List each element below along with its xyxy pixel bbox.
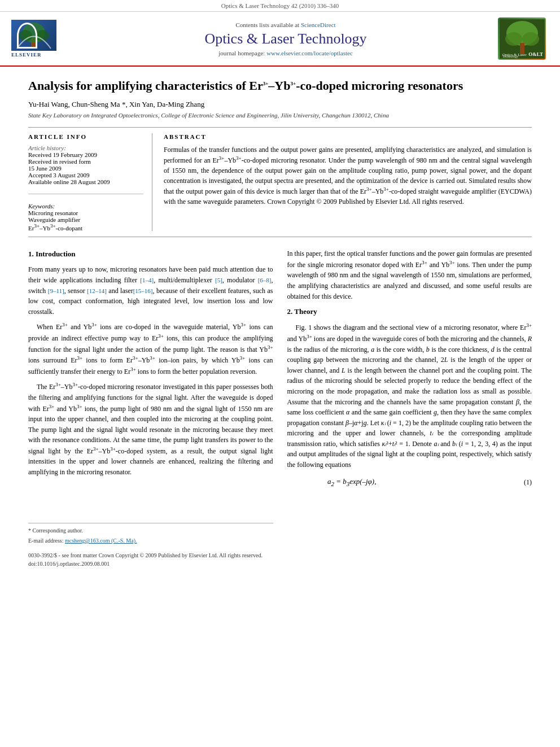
email-link[interactable]: mcsheng@163.com (C.-S. Ma). xyxy=(65,538,137,544)
keywords-label: Keywords: xyxy=(28,203,143,209)
corresponding-author-note: * Corresponding author. xyxy=(28,526,273,535)
intro-section-title: 1. Introduction xyxy=(28,248,273,260)
olt-logo: Optics & Laser Technology xyxy=(498,18,546,60)
contents-line: Contents lists available at ScienceDirec… xyxy=(73,21,498,28)
journal-bar: Optics & Laser Technology 42 (2010) 336–… xyxy=(0,0,560,12)
right-p1: In this paper, first the optical transfe… xyxy=(287,248,532,302)
copyright-line: 0030-3992/$ - see front matter Crown Cop… xyxy=(28,551,273,560)
email-note: E-mail address: mcsheng@163.com (C.-S. M… xyxy=(28,536,273,545)
svg-point-6 xyxy=(505,32,522,46)
body-left-column: 1. Introduction From many years up to no… xyxy=(28,248,273,568)
article-info-heading: ARTICLE INFO xyxy=(28,133,143,140)
abstract-column: ABSTRACT Formulas of the transfer functi… xyxy=(164,133,532,231)
ref-link-5[interactable]: [5] xyxy=(215,277,222,283)
svg-point-7 xyxy=(522,32,539,46)
affiliation: State Key Laboratory on Integrated Optoe… xyxy=(28,112,532,119)
ref-link-6-8[interactable]: [6–8] xyxy=(258,277,272,283)
footer-divider xyxy=(28,523,273,523)
journal-citation: Optics & Laser Technology 42 (2010) 336–… xyxy=(221,2,339,9)
info-divider xyxy=(28,194,143,194)
equation-1-num: (1) xyxy=(524,477,532,488)
elsevier-logo: ELSEVIER xyxy=(11,20,73,58)
header-center: Contents lists available at ScienceDirec… xyxy=(73,21,498,56)
olt-logo-container: Optics & Laser Technology xyxy=(498,18,549,60)
ref-link-15-16[interactable]: [15–16] xyxy=(133,287,153,294)
keyword-3: Er3+–Yb3+-co-dopant xyxy=(28,223,143,231)
equation-1-text: a2 = b3exp(–jφ), xyxy=(287,476,377,488)
keyword-2: Waveguide amplifier xyxy=(28,216,143,223)
body-columns: 1. Introduction From many years up to no… xyxy=(28,248,532,568)
abstract-heading: ABSTRACT xyxy=(164,133,532,140)
history-section: Article history: Received 19 February 20… xyxy=(28,145,143,185)
journal-title: Optics & Laser Technology xyxy=(73,30,498,47)
main-content: Analysis for amplifying characteristics … xyxy=(0,67,560,580)
article-info-row: ARTICLE INFO Article history: Received 1… xyxy=(28,127,532,238)
keywords-section: Keywords: Microring resonator Waveguide … xyxy=(28,203,143,231)
svg-text:Technology: Technology xyxy=(502,55,518,58)
journal-homepage: journal homepage: www.elsevier.com/locat… xyxy=(73,50,498,56)
elsevier-text: ELSEVIER xyxy=(11,52,42,58)
keyword-1: Microring resonator xyxy=(28,209,143,216)
sciencedirect-link[interactable]: ScienceDirect xyxy=(301,21,336,28)
theory-section-title: 2. Theory xyxy=(287,306,532,317)
doi-line: doi:10.1016/j.optlastec.2009.08.001 xyxy=(28,560,273,569)
ref-link-12-14[interactable]: [12–14] xyxy=(87,287,107,294)
journal-url[interactable]: www.elsevier.com/locate/optlastec xyxy=(266,50,353,56)
article-info-column: ARTICLE INFO Article history: Received 1… xyxy=(28,133,152,231)
header-area: ELSEVIER Contents lists available at Sci… xyxy=(0,12,560,67)
svg-rect-0 xyxy=(31,38,37,47)
elsevier-logo-image xyxy=(11,20,56,51)
intro-p3: The Er3+–Yb3+-co-doped microring resonat… xyxy=(28,381,273,477)
intro-p2: When Er3+ and Yb3+ ions are co-doped in … xyxy=(28,321,273,377)
theory-p1: Fig. 1 shows the diagram and the section… xyxy=(287,322,532,470)
ref-link-9-11[interactable]: [9–11] xyxy=(48,287,64,294)
abstract-text: Formulas of the transfer functions and t… xyxy=(164,145,532,207)
intro-p1: From many years up to now, microring res… xyxy=(28,264,273,317)
copyright-footer: 0030-3992/$ - see front matter Crown Cop… xyxy=(28,551,273,569)
authors: Yu-Hai Wang, Chun-Sheng Ma *, Xin Yan, D… xyxy=(28,100,532,109)
equation-1-row: a2 = b3exp(–jφ), (1) xyxy=(287,476,532,488)
article-title: Analysis for amplifying characteristics … xyxy=(28,78,532,94)
body-right-column: In this paper, first the optical transfe… xyxy=(287,248,532,568)
ref-link-1-4[interactable]: [1–4] xyxy=(140,277,154,283)
left-col-footer: * Corresponding author. E-mail address: … xyxy=(28,523,273,545)
svg-point-2 xyxy=(19,30,32,41)
